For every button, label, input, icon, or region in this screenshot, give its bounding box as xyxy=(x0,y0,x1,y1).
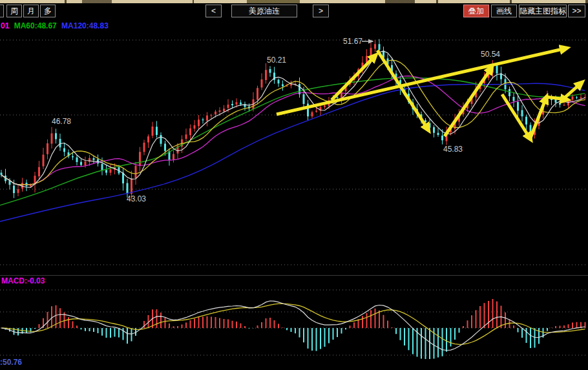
macd-value-label: MACD:-0.03 xyxy=(1,276,45,285)
ma-legend: 01 MA60:48.67 MA120:48.83 xyxy=(1,21,111,30)
ma20-line xyxy=(1,76,585,185)
charting-app-window: 周 月 多 < 美原油连 > 叠加 画线 隐藏主图指标 >> 01 MA60:4… xyxy=(0,0,588,370)
prev-symbol-button[interactable]: < xyxy=(205,5,222,17)
toolbar: 周 月 多 < 美原油连 > 叠加 画线 隐藏主图指标 >> xyxy=(0,3,588,21)
period-week-button[interactable]: 周 xyxy=(6,5,22,17)
ma-legend-truncated: 01 xyxy=(1,21,9,30)
symbol-name-button[interactable]: 美原油连 xyxy=(231,5,297,17)
bottom-left-truncated-value: :50.76 xyxy=(0,358,22,367)
ma60-legend-value: MA60:48.67 xyxy=(14,21,57,30)
macd-histogram-positive xyxy=(1,299,585,328)
trend-arrow[interactable] xyxy=(546,97,566,99)
ma60-line xyxy=(0,78,585,205)
ma10-line xyxy=(1,60,585,185)
main-price-chart[interactable] xyxy=(0,21,588,275)
trend-arrow[interactable] xyxy=(502,94,530,138)
up-candle-bodies xyxy=(18,44,585,194)
more-tools-button[interactable]: >> xyxy=(568,5,585,17)
draw-line-button[interactable]: 画线 xyxy=(491,5,517,17)
period-month-button[interactable]: 月 xyxy=(23,5,39,17)
ma120-legend-value: MA120:48.83 xyxy=(61,21,109,30)
partial-left-button[interactable] xyxy=(0,5,4,17)
macd-indicator-panel[interactable] xyxy=(0,275,588,370)
period-more-button[interactable]: 多 xyxy=(40,5,56,17)
overlay-button[interactable]: 叠加 xyxy=(463,5,489,17)
trend-arrow[interactable] xyxy=(277,48,565,114)
next-symbol-button[interactable]: > xyxy=(313,5,329,17)
trend-arrow[interactable] xyxy=(445,68,491,136)
hide-main-indicators-button[interactable]: 隐藏主图指标 xyxy=(519,5,567,17)
